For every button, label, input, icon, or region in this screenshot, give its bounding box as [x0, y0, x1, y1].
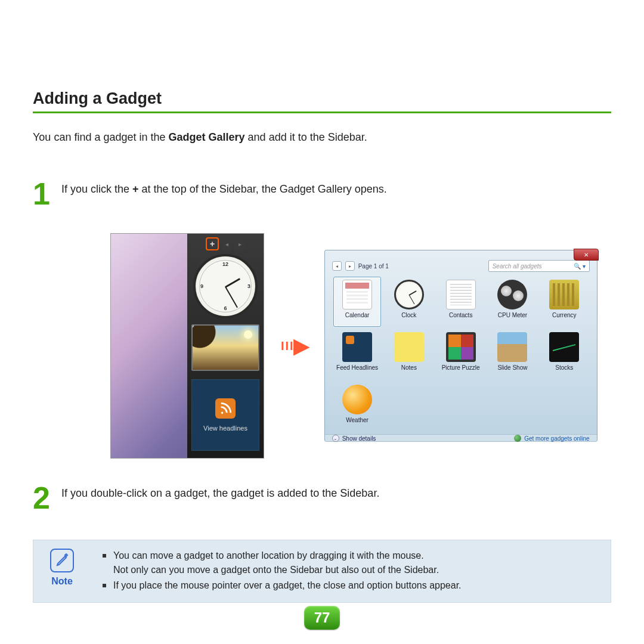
- gadget-label: CPU Meter: [498, 312, 527, 318]
- clock-gadget[interactable]: 12 3 6 9: [193, 254, 258, 318]
- note-list: You can move a gadget to another locatio…: [103, 549, 462, 594]
- weather-icon: [342, 385, 372, 414]
- gadget-weather[interactable]: Weather: [333, 382, 382, 432]
- slideshow-gadget[interactable]: [191, 324, 259, 371]
- show-details-button[interactable]: ⌄ Show details: [332, 435, 376, 442]
- cpu-icon: [497, 280, 527, 309]
- step-2-number: 2: [33, 482, 57, 513]
- puzzle-icon: [446, 332, 476, 362]
- rss-icon: [215, 398, 236, 419]
- currency-icon: [549, 280, 579, 309]
- note-label: Note: [51, 576, 73, 587]
- gadget-label: Clock: [401, 312, 416, 318]
- gadget-notes[interactable]: Notes: [385, 329, 433, 379]
- search-placeholder: Search all gadgets: [493, 263, 542, 270]
- step-2-text: If you double-click on a gadget, the gad…: [61, 482, 379, 501]
- search-icon: 🔍 ▾: [574, 263, 586, 270]
- gadget-label: Stocks: [555, 364, 573, 371]
- search-input[interactable]: Search all gadgets 🔍 ▾: [488, 260, 590, 272]
- figure-sidebar: + ◂ ▸ 12 3 6 9 View headlines: [110, 233, 264, 459]
- gadget-slide-show[interactable]: Slide Show: [488, 329, 537, 379]
- note-icon: [50, 549, 74, 572]
- gadget-label: Feed Headlines: [336, 364, 378, 371]
- step-2: 2 If you double-click on a gadget, the g…: [33, 482, 611, 513]
- gadget-feed-headlines[interactable]: Feed Headlines: [333, 329, 382, 379]
- cal-icon: [342, 280, 372, 309]
- page-number: 77: [304, 606, 340, 630]
- intro-post: and add it to the Sidebar.: [245, 131, 367, 143]
- slide-icon: [497, 332, 527, 362]
- gadget-cpu-meter[interactable]: CPU Meter: [488, 277, 537, 327]
- gadget-label: Notes: [401, 364, 417, 371]
- gadget-picture-puzzle[interactable]: Picture Puzzle: [436, 329, 485, 379]
- note-item-2: If you place the mouse pointer over a ga…: [103, 578, 462, 593]
- intro-pre: You can find a gadget in the: [33, 131, 169, 143]
- feed-icon: [342, 332, 372, 362]
- gadget-contacts[interactable]: Contacts: [436, 277, 485, 327]
- step-1-text: If you click the + at the top of the Sid…: [61, 178, 387, 197]
- notes-icon: [394, 332, 424, 362]
- pager-label: Page 1 of 1: [358, 263, 389, 270]
- gadget-label: Contacts: [449, 312, 472, 318]
- globe-icon: [514, 435, 521, 442]
- gadget-label: Picture Puzzle: [442, 364, 480, 371]
- feed-label: View headlines: [203, 425, 247, 432]
- gadget-clock[interactable]: Clock: [385, 277, 433, 327]
- sidebar-add-gadget-button[interactable]: +: [206, 237, 219, 250]
- pager-next-button[interactable]: ▸: [345, 261, 355, 271]
- gadget-label: Slide Show: [497, 364, 527, 371]
- intro-text: You can find a gadget in the Gadget Gall…: [33, 130, 611, 145]
- step-1-number: 1: [33, 178, 57, 209]
- gadget-stocks[interactable]: Stocks: [540, 329, 589, 379]
- gadget-label: Weather: [346, 417, 369, 423]
- gadget-label: Currency: [552, 312, 577, 318]
- gadget-calendar[interactable]: Calendar: [333, 277, 382, 327]
- contacts-icon: [446, 280, 476, 309]
- note-box: Note You can move a gadget to another lo…: [33, 540, 611, 603]
- pager-prev-button[interactable]: ◂: [332, 261, 342, 271]
- intro-bold: Gadget Gallery: [169, 131, 245, 143]
- figure-gadget-gallery: ✕ ◂ ▸ Page 1 of 1 Search all gadgets 🔍 ▾…: [324, 250, 597, 442]
- stocks-icon: [549, 332, 579, 362]
- step-1: 1 If you click the + at the top of the S…: [33, 178, 611, 209]
- sidebar-prev-button[interactable]: ◂: [221, 237, 232, 250]
- clock-icon: [394, 280, 424, 309]
- arrow-right-icon: III▶: [281, 333, 308, 358]
- feed-gadget[interactable]: View headlines: [191, 379, 259, 451]
- close-button[interactable]: ✕: [574, 249, 599, 261]
- gadget-currency[interactable]: Currency: [540, 277, 589, 327]
- sidebar-next-button[interactable]: ▸: [234, 237, 245, 250]
- gadget-label: Calendar: [345, 312, 370, 318]
- note-item-1: You can move a gadget to another locatio…: [103, 549, 462, 577]
- get-more-gadgets-link[interactable]: Get more gadgets online: [514, 435, 590, 442]
- section-title: Adding a Gadget: [33, 89, 611, 113]
- chevron-down-icon: ⌄: [332, 435, 339, 442]
